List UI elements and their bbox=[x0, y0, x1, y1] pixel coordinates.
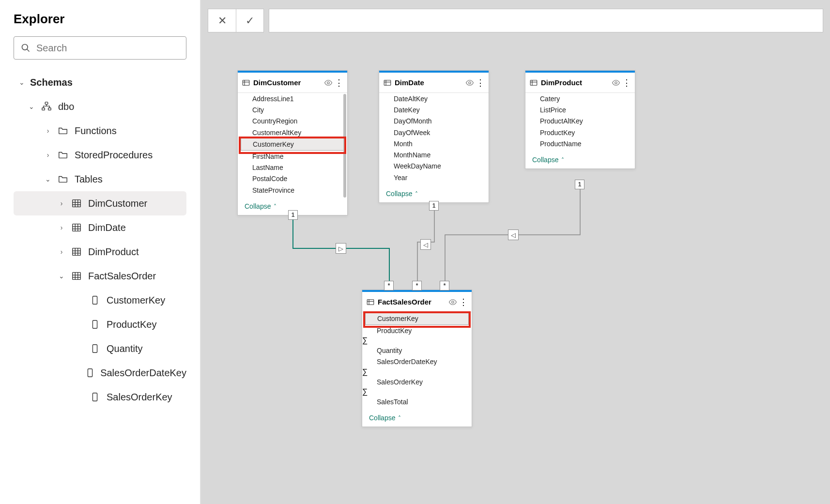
tree-column[interactable]: · ProductKey bbox=[14, 312, 186, 336]
card-title: FactSalesOrder bbox=[378, 298, 448, 306]
tree-label: FactSalesOrder bbox=[88, 271, 156, 282]
column-item[interactable]: WeekDayName bbox=[379, 161, 489, 172]
table-icon bbox=[383, 78, 392, 87]
tree-schema-dbo[interactable]: ⌄ dbo bbox=[14, 94, 186, 119]
visibility-icon[interactable] bbox=[324, 78, 333, 87]
column-item[interactable]: City bbox=[238, 104, 347, 115]
schema-tree: ⌄ Schemas ⌄ dbo › Functions › StoredProc… bbox=[14, 70, 186, 409]
column-item[interactable]: ProductKey bbox=[362, 325, 472, 336]
more-icon[interactable]: ⋮ bbox=[459, 298, 468, 306]
card-title: DimCustomer bbox=[253, 78, 324, 87]
folder-icon bbox=[56, 125, 70, 136]
table-card-factsalesorder[interactable]: FactSalesOrder ⋮ CustomerKey ProductKey … bbox=[362, 290, 472, 427]
tree-label: StoredProcedures bbox=[75, 150, 153, 161]
filter-direction-icon: ◁ bbox=[508, 229, 519, 240]
column-item[interactable]: DayOfWeek bbox=[379, 127, 489, 138]
table-card-dimcustomer[interactable]: DimCustomer ⋮ AddressLine1 City CountryR… bbox=[237, 70, 348, 215]
column-item[interactable]: CustomerAltKey bbox=[238, 127, 347, 138]
table-card-dimproduct[interactable]: DimProduct ⋮ Catery ListPrice ProductAlt… bbox=[525, 70, 635, 169]
table-icon bbox=[70, 222, 83, 233]
collapse-link[interactable]: Collapse ˄ bbox=[238, 199, 347, 215]
column-icon bbox=[88, 295, 102, 305]
explorer-panel: Explorer ⌄ Schemas ⌄ dbo › Functions › S… bbox=[0, 0, 201, 504]
column-item[interactable]: SalesOrderDateKey bbox=[362, 356, 472, 367]
collapse-link[interactable]: Collapse ˄ bbox=[379, 186, 489, 202]
more-icon[interactable]: ⋮ bbox=[335, 78, 343, 87]
sigma-icon: ∑ bbox=[362, 387, 368, 396]
column-item[interactable]: DateKey bbox=[379, 104, 489, 115]
column-item[interactable]: DayOfMonth bbox=[379, 116, 489, 127]
svg-rect-27 bbox=[92, 345, 97, 353]
tree-schemas[interactable]: ⌄ Schemas bbox=[14, 70, 186, 94]
table-icon bbox=[366, 298, 375, 306]
search-box[interactable] bbox=[14, 36, 186, 60]
cardinality-many: * bbox=[412, 281, 422, 290]
visibility-icon[interactable] bbox=[612, 78, 620, 87]
tree-folder-tables[interactable]: ⌄ Tables bbox=[14, 167, 186, 191]
column-item[interactable]: DateAltKey bbox=[379, 93, 489, 104]
column-item[interactable]: PostalCode bbox=[238, 173, 347, 184]
column-icon bbox=[88, 392, 102, 402]
column-item[interactable]: ProductName bbox=[525, 138, 635, 149]
more-icon[interactable]: ⋮ bbox=[622, 78, 631, 87]
search-input[interactable] bbox=[35, 42, 179, 54]
tree-column[interactable]: · CustomerKey bbox=[14, 288, 186, 312]
commit-button[interactable]: ✓ bbox=[236, 9, 264, 32]
visibility-icon[interactable] bbox=[465, 78, 474, 87]
tree-table-dimcustomer[interactable]: › DimCustomer bbox=[14, 191, 186, 215]
column-item[interactable]: FirstName bbox=[238, 151, 347, 162]
column-icon bbox=[88, 343, 102, 354]
column-item[interactable]: StateProvince bbox=[238, 184, 347, 196]
tree-column[interactable]: · SalesOrderDateKey bbox=[14, 361, 186, 385]
collapse-link[interactable]: Collapse ˄ bbox=[362, 410, 472, 427]
column-item-selected[interactable]: CustomerKey bbox=[241, 138, 344, 151]
cancel-button[interactable]: ✕ bbox=[208, 9, 236, 32]
cardinality-many: * bbox=[384, 281, 394, 290]
column-item[interactable]: AddressLine1 bbox=[238, 93, 347, 104]
schema-icon bbox=[40, 101, 53, 112]
column-icon bbox=[85, 367, 95, 378]
close-icon: ✕ bbox=[218, 15, 227, 27]
visibility-icon[interactable] bbox=[448, 298, 457, 306]
tree-table-dimproduct[interactable]: › DimProduct bbox=[14, 240, 186, 264]
tree-table-dimdate[interactable]: › DimDate bbox=[14, 215, 186, 240]
model-canvas[interactable]: ✕ ✓ DimCustomer ⋮ AddressLine1 City Coun… bbox=[201, 0, 830, 504]
column-item[interactable]: Catery bbox=[525, 93, 635, 104]
column-item[interactable]: Year bbox=[379, 172, 489, 183]
svg-rect-10 bbox=[73, 224, 81, 231]
svg-point-33 bbox=[327, 81, 330, 84]
column-item[interactable]: MonthName bbox=[379, 149, 489, 160]
column-item[interactable]: ListPrice bbox=[525, 104, 635, 115]
tree-table-factsalesorder[interactable]: ⌄ FactSalesOrder bbox=[14, 264, 186, 288]
tree-label: DimCustomer bbox=[88, 198, 147, 209]
column-item-selected[interactable]: CustomerKey bbox=[365, 312, 469, 325]
tree-label: Quantity bbox=[107, 343, 142, 354]
folder-icon bbox=[56, 174, 70, 184]
tree-column[interactable]: · Quantity bbox=[14, 336, 186, 361]
tree-column[interactable]: · SalesOrderKey bbox=[14, 385, 186, 409]
column-item[interactable]: SalesTotal bbox=[362, 396, 472, 407]
more-icon[interactable]: ⋮ bbox=[476, 78, 485, 87]
svg-rect-29 bbox=[92, 393, 97, 401]
card-title: DimProduct bbox=[541, 78, 612, 87]
svg-rect-28 bbox=[88, 369, 92, 377]
svg-rect-30 bbox=[243, 80, 249, 85]
table-card-dimdate[interactable]: DimDate ⋮ DateAltKey DateKey DayOfMonth … bbox=[379, 70, 489, 203]
column-item[interactable]: Quantity bbox=[362, 345, 472, 356]
column-icon bbox=[88, 319, 102, 330]
tree-folder-functions[interactable]: › Functions bbox=[14, 119, 186, 143]
tree-folder-storedprocedures[interactable]: › StoredProcedures bbox=[14, 143, 186, 167]
column-item[interactable]: CountryRegion bbox=[238, 116, 347, 127]
svg-rect-20 bbox=[73, 273, 81, 280]
explorer-title: Explorer bbox=[14, 12, 186, 27]
column-item[interactable]: SalesOrderKey bbox=[362, 376, 472, 387]
column-item[interactable]: ProductKey bbox=[525, 127, 635, 138]
column-item[interactable]: ProductAltKey bbox=[525, 116, 635, 127]
svg-rect-25 bbox=[92, 296, 97, 305]
sigma-icon: ∑ bbox=[362, 367, 368, 376]
collapse-link[interactable]: Collapse ˄ bbox=[525, 152, 635, 168]
column-item[interactable]: Month bbox=[379, 138, 489, 149]
cardinality-one: 1 bbox=[575, 180, 584, 189]
column-item[interactable]: LastName bbox=[238, 162, 347, 173]
formula-input[interactable] bbox=[269, 9, 823, 32]
